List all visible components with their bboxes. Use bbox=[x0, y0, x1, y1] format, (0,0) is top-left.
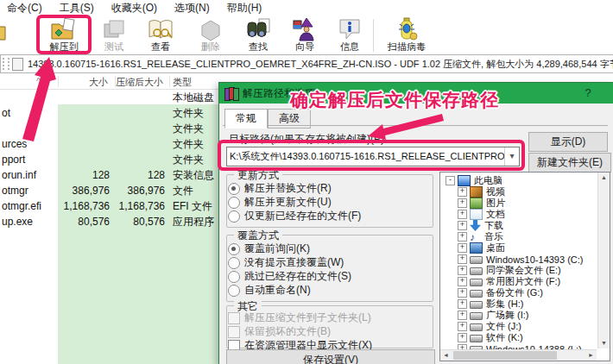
add-button-partial[interactable]: 加 bbox=[0, 17, 17, 53]
music-icon bbox=[470, 232, 481, 242]
radio-on-icon bbox=[228, 243, 240, 255]
drive-icon bbox=[470, 335, 483, 342]
expand-icon[interactable]: + bbox=[458, 333, 467, 342]
drive-icon bbox=[470, 256, 483, 264]
file-row[interactable]: urces文件夹 bbox=[0, 136, 218, 152]
checkbox-icon bbox=[228, 312, 240, 324]
wizard-button[interactable]: 向导 bbox=[281, 17, 328, 53]
sort-asc-icon[interactable]: ^ bbox=[36, 76, 41, 86]
tab-general[interactable]: 常规 bbox=[224, 109, 268, 129]
delete-button: 删除 bbox=[187, 17, 234, 53]
menu-favorites[interactable]: 收藏夹(O) bbox=[111, 1, 157, 16]
menu-options[interactable]: 选项(N) bbox=[174, 1, 210, 16]
menu-help[interactable]: 帮助(H) bbox=[227, 1, 262, 16]
expand-icon[interactable]: + bbox=[458, 311, 467, 320]
radio-off-icon bbox=[228, 271, 240, 283]
file-row-updir[interactable]: 本地磁盘 bbox=[0, 90, 218, 105]
expand-icon[interactable]: + bbox=[458, 210, 467, 219]
expand-icon[interactable]: + bbox=[458, 277, 467, 286]
radio-extract-update[interactable]: 解压并更新文件(U) bbox=[228, 196, 332, 209]
expand-icon[interactable]: + bbox=[458, 221, 467, 230]
radio-off-icon bbox=[228, 210, 240, 223]
tab-divider bbox=[223, 125, 608, 126]
videos-icon bbox=[470, 186, 483, 198]
radio-extract-replace[interactable]: 解压并替换文件(R) bbox=[228, 182, 332, 195]
scrollbar-thumb[interactable] bbox=[453, 351, 557, 360]
add-icon bbox=[0, 17, 7, 41]
radio-update-existing[interactable]: 仅更新已经存在的文件(F) bbox=[228, 210, 361, 223]
toolbar: 加 解压到 测试 bbox=[0, 16, 613, 53]
expand-icon[interactable]: + bbox=[458, 266, 467, 275]
scroll-up-icon[interactable]: ▲ bbox=[598, 173, 610, 183]
collapse-icon[interactable]: - bbox=[446, 176, 455, 185]
file-row[interactable]: ot文件夹 bbox=[0, 105, 218, 121]
desktop-icon bbox=[470, 242, 483, 254]
delete-icon bbox=[198, 17, 224, 41]
wizard-icon bbox=[292, 17, 318, 41]
expand-icon[interactable]: + bbox=[458, 288, 467, 298]
expand-icon[interactable]: + bbox=[458, 198, 467, 208]
drive-icon bbox=[470, 323, 483, 331]
file-row[interactable]: up.exe80,57680,576应用程序 bbox=[0, 214, 218, 229]
dialog-title-bar[interactable]: 解压路径和选项 bbox=[219, 83, 613, 104]
extract-dialog: 解压路径和选项 ? 常规 高级 目标路径(如果不存在将被创建)(P) K:\系统… bbox=[218, 82, 613, 364]
menu-tools[interactable]: 工具(S) bbox=[60, 1, 94, 16]
find-button[interactable]: 查找 bbox=[235, 17, 281, 53]
winrar-icon bbox=[224, 87, 238, 99]
drive-icon bbox=[470, 279, 483, 286]
tree-item-desktop[interactable]: +桌面 bbox=[458, 242, 505, 254]
file-row[interactable]: orun.inf128128安装信息 bbox=[0, 167, 218, 183]
toolbar-separator bbox=[373, 19, 374, 52]
file-row[interactable]: otmgr386,976386,976文件 bbox=[0, 183, 218, 198]
checkbox-extract-to-subfolder: 解压压缩文件到子文件夹(L) bbox=[228, 311, 371, 324]
tree-vertical-scrollbar[interactable]: ▲ ▼ bbox=[597, 173, 610, 348]
radio-off-icon bbox=[228, 197, 240, 209]
expand-icon[interactable]: + bbox=[458, 243, 467, 253]
drive-icon bbox=[470, 267, 483, 275]
expand-icon[interactable]: + bbox=[458, 322, 467, 331]
drive-icon bbox=[470, 312, 483, 320]
computer-icon bbox=[458, 175, 471, 186]
column-packed-size[interactable]: 压缩后大小 bbox=[116, 76, 163, 89]
scroll-down-icon[interactable]: ▼ bbox=[598, 338, 610, 348]
new-folder-button[interactable]: 新建文件夹(E) bbox=[528, 153, 611, 173]
address-bar[interactable]: 14393.0.160715-1616.RS1_RELEASE_CLIENTPR… bbox=[0, 54, 613, 73]
expand-icon[interactable]: + bbox=[458, 299, 467, 309]
file-row[interactable]: otmgr.efi1,168,7361,168,736EFI 文件 bbox=[0, 198, 218, 214]
scroll-left-icon[interactable]: ◄ bbox=[440, 350, 452, 361]
radio-ask-before-overwrite[interactable]: 覆盖前询问(K) bbox=[228, 242, 310, 255]
radio-skip-existing[interactable]: 跳过已经存在的文件(S) bbox=[228, 270, 351, 283]
find-binoculars-icon bbox=[245, 17, 271, 41]
expand-icon[interactable]: + bbox=[458, 254, 467, 264]
save-settings-button[interactable]: 保存设置(V) bbox=[226, 349, 435, 364]
display-button[interactable]: 显示(D) bbox=[528, 132, 608, 152]
file-row[interactable]: 文件夹 bbox=[0, 121, 218, 136]
view-button[interactable]: 查看 bbox=[137, 17, 184, 53]
tree-horizontal-scrollbar[interactable]: ◄ ► bbox=[440, 349, 597, 361]
drive-icon bbox=[470, 290, 483, 298]
expand-icon[interactable]: + bbox=[458, 232, 467, 242]
extract-folder-icon bbox=[51, 17, 77, 41]
column-size[interactable]: 大小 bbox=[89, 76, 108, 89]
drive-icon bbox=[470, 301, 483, 309]
test-button: 测试 bbox=[91, 17, 137, 53]
expand-icon[interactable]: + bbox=[458, 187, 467, 197]
virus-scan-button[interactable]: 扫描病毒 bbox=[380, 17, 433, 53]
menu-command[interactable]: 命令(C) bbox=[7, 1, 42, 16]
target-path-label: 目标路径(如果不存在将被创建)(P) bbox=[229, 132, 384, 147]
extract-to-button[interactable]: 解压到 bbox=[41, 17, 87, 53]
scroll-right-icon[interactable]: ► bbox=[585, 350, 597, 361]
winrar-window: 命令(C) 工具(S) 收藏夹(O) 选项(N) 帮助(H) 加 解压到 bbox=[0, 0, 613, 364]
tree-item-drive-k[interactable]: +软件 (K:) bbox=[458, 332, 523, 343]
archive-file-icon bbox=[12, 58, 23, 71]
radio-off-icon bbox=[228, 285, 240, 297]
radio-overwrite-without-prompt[interactable]: 没有提示直接覆盖(W) bbox=[228, 256, 344, 269]
target-path-combobox[interactable]: K:\系统文件\14393.0.160715-1616.RS1_RELEASE_… bbox=[226, 147, 520, 166]
file-row[interactable]: pport文件夹 bbox=[0, 152, 218, 167]
column-type[interactable]: 类型 bbox=[173, 76, 192, 89]
info-button[interactable]: 信息 bbox=[326, 17, 373, 53]
chevron-down-icon[interactable]: ▾ bbox=[504, 147, 519, 166]
help-button[interactable]: ? bbox=[581, 86, 595, 99]
radio-auto-rename[interactable]: 自动重命名(N) bbox=[228, 284, 311, 297]
virus-scan-icon bbox=[394, 17, 420, 41]
